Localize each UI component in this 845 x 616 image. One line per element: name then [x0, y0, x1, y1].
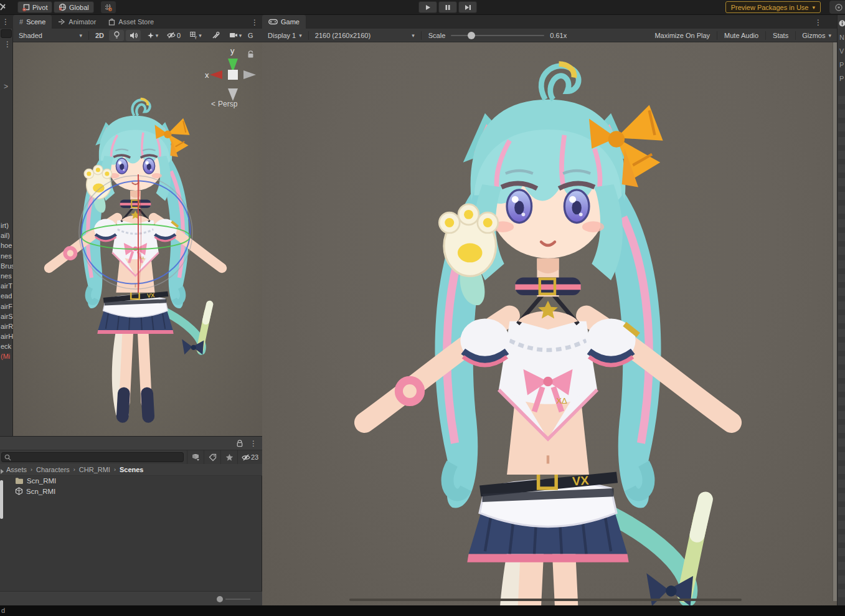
game-horizontal-scrollbar[interactable]	[349, 599, 742, 601]
pivot-icon	[22, 4, 30, 11]
lock-icon[interactable]	[247, 50, 255, 59]
chevron-down-icon: ▾	[299, 32, 302, 39]
project-item-scene[interactable]: Scn_RMI	[0, 486, 262, 497]
asset-type-filter-icon	[191, 453, 200, 462]
breadcrumb-item-current[interactable]: Scenes	[120, 466, 144, 473]
scene-view-toolbar: Shaded ▾ 2D	[13, 29, 262, 42]
hierarchy-item[interactable]: airS	[0, 311, 13, 321]
axis-x-cone[interactable]	[210, 70, 222, 79]
resolution-dropdown[interactable]: 2160 (2160x2160) ▾	[312, 30, 418, 41]
perspective-toggle[interactable]: < Persp	[211, 100, 237, 108]
cut-off-tool-icon[interactable]	[0, 2, 7, 13]
breadcrumb-item[interactable]: CHR_RMI	[79, 466, 110, 473]
hierarchy-item[interactable]: nes	[0, 251, 13, 261]
search-by-label-button[interactable]	[204, 450, 220, 464]
main-toolbar: Pivot Global	[0, 0, 845, 15]
kebab-menu-icon[interactable]: ⋮	[250, 440, 257, 447]
camera-icon	[229, 32, 238, 39]
game-viewport[interactable]	[262, 42, 837, 605]
grid-axis-icon: Y	[189, 31, 197, 39]
hierarchy-item[interactable]: eck	[0, 341, 13, 351]
hierarchy-item[interactable]: airT	[0, 281, 13, 291]
project-search-input[interactable]	[1, 452, 184, 462]
stats-toggle[interactable]: Stats	[769, 32, 792, 39]
hierarchy-item[interactable]: airF	[0, 301, 13, 311]
step-icon	[465, 4, 471, 11]
hierarchy-item[interactable]: hoe	[0, 240, 13, 250]
hierarchy-item[interactable]: Brus	[0, 261, 13, 271]
pause-button[interactable]	[438, 1, 457, 13]
scale-slider-thumb[interactable]	[468, 32, 475, 39]
game-vertical-scrollbar[interactable]	[833, 42, 837, 601]
project-item-folder[interactable]: Scn_RMI	[0, 476, 262, 486]
axis-y-label: y	[230, 46, 235, 55]
display-dropdown[interactable]: Display 1 ▾	[265, 30, 305, 41]
expand-panel-arrow[interactable]: >	[4, 82, 8, 91]
project-item-label: Scn_RMI	[26, 488, 55, 495]
inspector-cropped-rows	[838, 96, 845, 600]
kebab-menu-icon[interactable]: ⋮	[814, 19, 822, 26]
snap-grid-button[interactable]	[101, 1, 116, 13]
scene-lighting-button[interactable]	[109, 30, 124, 41]
axis-cone-right[interactable]	[243, 70, 256, 79]
grid-visibility-dropdown[interactable]: Y ▾	[185, 30, 206, 41]
hierarchy-item[interactable]: airR	[0, 321, 13, 331]
project-header: ⋮	[0, 437, 262, 450]
axis-x-label: x	[205, 70, 209, 80]
hierarchy-item[interactable]: nes	[0, 271, 13, 281]
hierarchy-item[interactable]: irt)	[0, 220, 13, 230]
hierarchy-item[interactable]: airH	[0, 331, 13, 341]
hidden-count-toggle[interactable]: 23	[237, 450, 262, 464]
thumbnail-zoom-slider-track[interactable]	[225, 599, 250, 600]
tab-scene[interactable]: # Scene	[13, 15, 52, 29]
pivot-label: Pivot	[32, 4, 47, 11]
project-item-label: Scn_RMI	[27, 477, 56, 485]
play-button[interactable]	[418, 1, 437, 13]
shading-mode-dropdown[interactable]: Shaded ▾	[16, 30, 85, 41]
star-icon	[225, 453, 234, 462]
gizmos-dropdown[interactable]: Gizmos ▾	[799, 30, 834, 41]
breadcrumb-item[interactable]: Characters	[36, 466, 70, 473]
favorites-button[interactable]	[220, 450, 237, 464]
tab-asset-store[interactable]: Asset Store	[102, 15, 160, 29]
global-button[interactable]: Global	[54, 1, 94, 13]
chevron-down-icon: ▾	[239, 32, 242, 39]
scene-audio-button[interactable]	[126, 30, 141, 41]
mute-audio-toggle[interactable]: Mute Audio	[720, 32, 762, 39]
axis-center-cube[interactable]	[228, 70, 238, 80]
axis-cone-down[interactable]	[228, 88, 238, 101]
hierarchy-item[interactable]: ead	[0, 291, 13, 301]
scene-viewport[interactable]: y x < Persp	[13, 42, 262, 436]
hierarchy-item[interactable]: ail)	[0, 230, 13, 240]
scene-camera-dropdown[interactable]: ▾	[225, 30, 246, 41]
scale-label: Scale	[425, 32, 450, 39]
project-tree-expander[interactable]	[1, 469, 4, 474]
asset-store-bag-icon	[108, 18, 115, 26]
pivot-button[interactable]: Pivot	[17, 1, 52, 13]
step-button[interactable]	[458, 1, 477, 13]
scale-slider[interactable]	[451, 35, 544, 36]
search-by-type-button[interactable]	[187, 450, 204, 464]
scale-value: 0.61x	[546, 32, 570, 39]
kebab-menu-icon[interactable]: ⋮	[251, 19, 258, 26]
unlock-icon[interactable]	[236, 439, 243, 448]
scene-effects-dropdown[interactable]: ▾	[143, 30, 163, 41]
scene-tools-button[interactable]	[208, 30, 223, 41]
scene-panel: # Scene Animator Asset Store ⋮ Shaded	[13, 15, 262, 436]
breadcrumb-item[interactable]: Assets	[6, 466, 27, 473]
tab-game[interactable]: Game	[262, 15, 306, 29]
chevron-down-icon: ▾	[156, 32, 159, 39]
project-scrollbar[interactable]	[0, 480, 3, 519]
kebab-menu-icon[interactable]: ⋮	[2, 18, 9, 26]
tab-animator[interactable]: Animator	[52, 15, 102, 29]
hidden-objects-toggle[interactable]: 0	[164, 30, 183, 41]
cloud-services-button[interactable]	[829, 1, 845, 14]
kebab-menu-icon[interactable]: ⋮	[4, 40, 11, 48]
preview-packages-button[interactable]: Preview Packages in Use ▾	[725, 1, 821, 13]
maximize-on-play-toggle[interactable]: Maximize On Play	[651, 32, 714, 39]
hierarchy-search-input[interactable]	[1, 29, 12, 38]
toggle-2d-button[interactable]: 2D	[92, 30, 107, 41]
chevron-down-icon: ▾	[812, 4, 815, 11]
hierarchy-item-missing[interactable]: (Mi	[0, 351, 13, 361]
thumbnail-zoom-slider-thumb[interactable]	[217, 596, 223, 602]
